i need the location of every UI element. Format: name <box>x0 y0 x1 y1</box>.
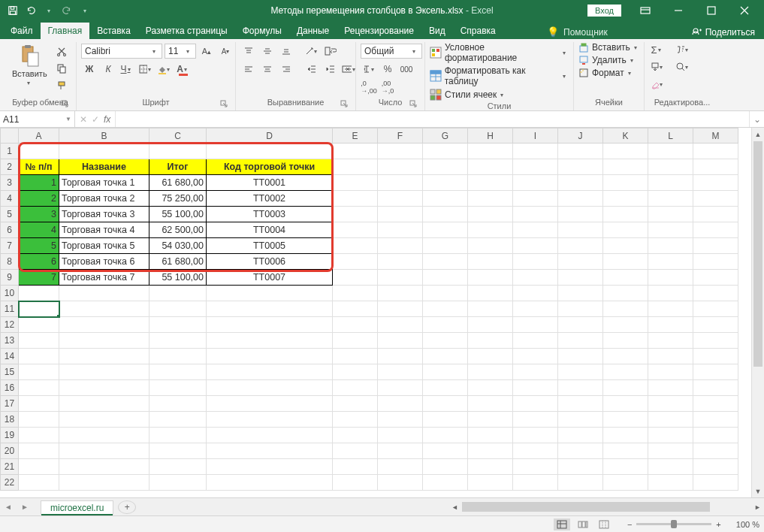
cell[interactable] <box>693 475 738 491</box>
vscroll-thumb[interactable] <box>753 141 762 367</box>
cell[interactable] <box>149 396 207 412</box>
cell[interactable] <box>378 459 423 475</box>
row-header[interactable]: 18 <box>1 412 19 428</box>
cell[interactable] <box>558 364 603 380</box>
cell[interactable]: 5 <box>19 238 59 254</box>
cell[interactable]: Итог <box>149 159 207 175</box>
cell[interactable] <box>603 443 648 459</box>
cell[interactable] <box>207 380 333 396</box>
cell[interactable] <box>513 349 558 364</box>
cell[interactable] <box>423 364 468 380</box>
cell[interactable] <box>648 207 693 222</box>
cell[interactable] <box>59 380 149 396</box>
col-header[interactable]: M <box>693 128 738 144</box>
cell[interactable] <box>333 459 378 475</box>
cell[interactable] <box>333 207 378 222</box>
cell[interactable] <box>603 222 648 238</box>
ribbon-display-icon[interactable] <box>629 0 662 21</box>
font-launcher-icon[interactable] <box>220 100 229 109</box>
cell[interactable] <box>59 144 149 159</box>
cell[interactable] <box>648 396 693 412</box>
cell[interactable] <box>149 317 207 333</box>
cell[interactable] <box>693 349 738 364</box>
share-button[interactable]: Поделиться <box>692 27 755 38</box>
cell[interactable] <box>468 380 513 396</box>
cell[interactable] <box>513 317 558 333</box>
cell[interactable] <box>149 459 207 475</box>
cell[interactable] <box>603 475 648 491</box>
cell[interactable] <box>333 191 378 207</box>
cell[interactable] <box>207 443 333 459</box>
cell[interactable] <box>513 222 558 238</box>
cell[interactable] <box>648 333 693 349</box>
cell[interactable] <box>59 364 149 380</box>
cell[interactable] <box>603 349 648 364</box>
tell-me-icon[interactable]: 💡 <box>547 26 559 38</box>
col-header[interactable]: D <box>207 128 333 144</box>
cell[interactable] <box>19 443 59 459</box>
row-header[interactable]: 17 <box>1 396 19 412</box>
cell[interactable] <box>693 412 738 428</box>
cell[interactable]: Торговая точка 3 <box>59 207 149 222</box>
expand-formula-bar-icon[interactable]: ⌄ <box>749 111 764 127</box>
scroll-left-icon[interactable]: ◄ <box>448 503 461 511</box>
cell[interactable] <box>149 428 207 443</box>
cell[interactable] <box>423 475 468 491</box>
cell[interactable]: ТТ0003 <box>207 207 333 222</box>
sort-filter-icon[interactable]: ▾ <box>675 42 691 57</box>
cell[interactable] <box>207 317 333 333</box>
fill-color-icon[interactable]: ▾ <box>156 62 173 77</box>
cell[interactable] <box>648 443 693 459</box>
cell[interactable] <box>423 317 468 333</box>
align-top-icon[interactable] <box>240 44 257 59</box>
cell[interactable] <box>207 333 333 349</box>
cell[interactable]: 75 250,00 <box>149 191 207 207</box>
cell[interactable] <box>378 396 423 412</box>
cell[interactable] <box>59 286 149 301</box>
align-center-icon[interactable] <box>259 62 276 77</box>
cell[interactable] <box>693 286 738 301</box>
cell[interactable]: Торговая точка 2 <box>59 191 149 207</box>
cell[interactable]: Торговая точка 7 <box>59 270 149 286</box>
cell[interactable]: Торговая точка 5 <box>59 238 149 254</box>
cell[interactable] <box>468 254 513 270</box>
cell[interactable] <box>19 475 59 491</box>
cell[interactable] <box>603 159 648 175</box>
add-sheet-icon[interactable]: + <box>118 500 136 514</box>
cell[interactable] <box>603 144 648 159</box>
cell[interactable] <box>19 317 59 333</box>
row-header[interactable]: 15 <box>1 364 19 380</box>
cell[interactable] <box>648 380 693 396</box>
tab-insert[interactable]: Вставка <box>89 23 138 39</box>
cell[interactable] <box>558 222 603 238</box>
cell[interactable] <box>558 459 603 475</box>
increase-font-icon[interactable]: A▴ <box>198 44 215 59</box>
cell[interactable] <box>149 349 207 364</box>
cell[interactable] <box>423 175 468 191</box>
cell[interactable] <box>468 412 513 428</box>
cell[interactable] <box>468 270 513 286</box>
cell[interactable] <box>513 380 558 396</box>
fill-icon[interactable]: ▾ <box>649 59 666 74</box>
enter-formula-icon[interactable]: ✓ <box>92 114 99 125</box>
wrap-text-icon[interactable] <box>322 44 339 59</box>
zoom-slider[interactable] <box>636 523 711 525</box>
row-header[interactable]: 5 <box>1 207 19 222</box>
row-header[interactable]: 10 <box>1 286 19 301</box>
cell[interactable] <box>603 317 648 333</box>
cell[interactable] <box>513 286 558 301</box>
cell[interactable] <box>468 191 513 207</box>
cell[interactable] <box>423 428 468 443</box>
cell[interactable] <box>648 286 693 301</box>
cell[interactable] <box>333 428 378 443</box>
cell[interactable]: ТТ0007 <box>207 270 333 286</box>
paste-button[interactable]: Вставить ▾ <box>9 42 50 88</box>
cell[interactable] <box>513 475 558 491</box>
horizontal-scrollbar[interactable]: ◄ ► <box>448 498 764 515</box>
cell[interactable] <box>59 475 149 491</box>
cell[interactable] <box>207 412 333 428</box>
cell[interactable] <box>513 254 558 270</box>
cell[interactable]: ТТ0002 <box>207 191 333 207</box>
cell[interactable] <box>378 349 423 364</box>
cell[interactable] <box>149 333 207 349</box>
